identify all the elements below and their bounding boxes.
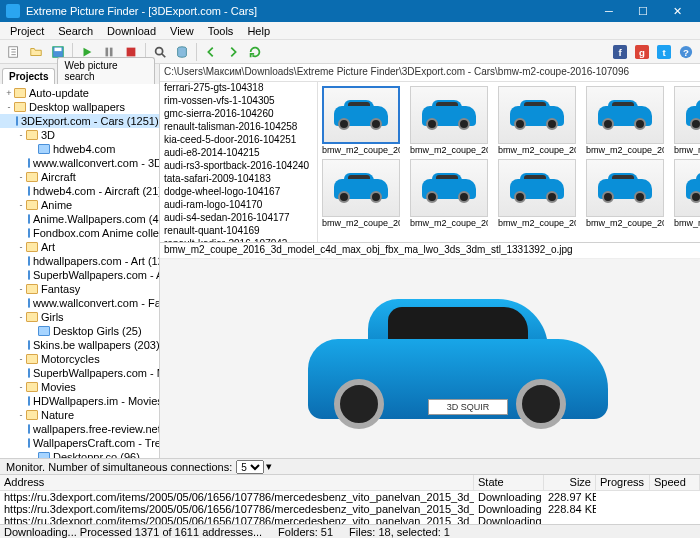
preview-filename: bmw_m2_coupe_2016_3d_model_c4d_max_obj_f…	[160, 243, 700, 259]
download-row[interactable]: https://ru.3dexport.com/items/2005/05/06…	[0, 503, 700, 515]
folder-item[interactable]: kia-ceed-5-door-2016-104251	[160, 134, 317, 147]
thumbnail[interactable]: bmw_m2_coupe_2016_3d...	[322, 86, 400, 155]
col-address[interactable]: Address	[0, 475, 474, 490]
monitor-bar: Monitor. Number of simultaneous connecti…	[0, 458, 700, 474]
left-panel: Projects Web picture search +Auto-update…	[0, 64, 160, 458]
menu-project[interactable]: Project	[4, 24, 50, 38]
tree-node[interactable]: 3DExport.com - Cars (1251)	[0, 114, 159, 128]
tree-node[interactable]: Fondbox.com Anime collection (7)	[0, 226, 159, 240]
tree-node[interactable]: Desktoppr.co (96)	[0, 450, 159, 458]
thumbnail[interactable]: bmw_m2_coupe_2016_3d...	[410, 86, 488, 155]
thumbnail[interactable]: bmw_m2_coupe_2016_3d...	[322, 159, 400, 228]
folder-item[interactable]: tata-safari-2009-104183	[160, 173, 317, 186]
svg-rect-2	[55, 47, 62, 51]
preview-panel: bmw_m2_coupe_2016_3d_model_c4d_max_obj_f…	[160, 242, 700, 458]
minimize-button[interactable]: ─	[592, 0, 626, 22]
col-state[interactable]: State	[474, 475, 544, 490]
tree-node[interactable]: WallpapersCraft.com - Trees (64)	[0, 436, 159, 450]
help-icon[interactable]: ?	[676, 42, 696, 62]
google-icon[interactable]: g	[632, 42, 652, 62]
folder-item[interactable]: renault-quant-104169	[160, 225, 317, 238]
folder-list[interactable]: ferrari-275-gts-104318rim-vossen-vfs-1-1…	[160, 82, 318, 242]
menu-search[interactable]: Search	[52, 24, 99, 38]
tree-node[interactable]: -Art	[0, 240, 159, 254]
center-panel: C:\Users\Максим\Downloads\Extreme Pictur…	[160, 64, 700, 458]
tree-node[interactable]: -Anime	[0, 198, 159, 212]
folder-item[interactable]: renault-talisman-2016-104258	[160, 121, 317, 134]
thumbnail[interactable]: bmw_m2_coupe_2016_3d...	[498, 86, 576, 155]
tree-node[interactable]: wallpapers.free-review.net - Nature (0)	[0, 422, 159, 436]
titlebar: Extreme Picture Finder - [3DExport.com -…	[0, 0, 700, 22]
tree-node[interactable]: -Motorcycles	[0, 352, 159, 366]
folder-item[interactable]: gmc-sierra-2016-104260	[160, 108, 317, 121]
new-project-button[interactable]	[4, 42, 24, 62]
folder-item[interactable]: dodge-wheel-logo-104167	[160, 186, 317, 199]
tree-node[interactable]: SuperbWallpapers.com - Artistic (99)	[0, 268, 159, 282]
download-row[interactable]: https://ru.3dexport.com/items/2005/05/06…	[0, 491, 700, 503]
tree-node[interactable]: -Girls	[0, 310, 159, 324]
project-tree[interactable]: +Auto-update-Desktop wallpapers3DExport.…	[0, 84, 159, 458]
menu-download[interactable]: Download	[101, 24, 162, 38]
tree-node[interactable]: -3D	[0, 128, 159, 142]
folder-item[interactable]: audi-e8-2014-104215	[160, 147, 317, 160]
tree-node[interactable]: www.wallconvert.com - Fantasy (92)	[0, 296, 159, 310]
back-button[interactable]	[201, 42, 221, 62]
connections-select[interactable]: 5	[236, 460, 264, 474]
tab-projects[interactable]: Projects	[2, 68, 55, 84]
download-panel: Address State Size Progress Speed https:…	[0, 474, 700, 524]
tree-node[interactable]: -Aircraft	[0, 170, 159, 184]
svg-rect-4	[110, 47, 113, 56]
tree-node[interactable]: www.wallconvert.com - 3D (109)	[0, 156, 159, 170]
tree-node[interactable]: hdwallpapers.com - Art (123)	[0, 254, 159, 268]
database-button[interactable]	[172, 42, 192, 62]
download-header[interactable]: Address State Size Progress Speed	[0, 475, 700, 491]
tree-node[interactable]: hdweb4.com - Aircraft (21)	[0, 184, 159, 198]
svg-text:?: ?	[683, 46, 689, 57]
col-speed[interactable]: Speed	[650, 475, 700, 490]
folder-item[interactable]: ferrari-275-gts-104318	[160, 82, 317, 95]
forward-button[interactable]	[223, 42, 243, 62]
tree-node[interactable]: HDWallpapers.im - Movies (341)	[0, 394, 159, 408]
tree-node[interactable]: hdweb4.com	[0, 142, 159, 156]
folder-item[interactable]: audi-s4-sedan-2016-104177	[160, 212, 317, 225]
tree-node[interactable]: Anime.Wallpapers.com (46)	[0, 212, 159, 226]
facebook-icon[interactable]: f	[610, 42, 630, 62]
svg-rect-3	[106, 47, 109, 56]
refresh-button[interactable]	[245, 42, 265, 62]
preview-image: 3D SQUIR	[160, 259, 700, 458]
tree-node[interactable]: Desktop Girls (25)	[0, 324, 159, 338]
tree-node[interactable]: -Movies	[0, 380, 159, 394]
tree-node[interactable]: SuperbWallpapers.com - Motorcycles	[0, 366, 159, 380]
thumbnail[interactable]: bmw_m2_coupe_2016_3d...	[410, 159, 488, 228]
thumbnail[interactable]: bmw_m2_coupe_2016_3d...	[674, 86, 700, 155]
tree-node[interactable]: -Fantasy	[0, 282, 159, 296]
folder-item[interactable]: rim-vossen-vfs-1-104305	[160, 95, 317, 108]
tab-web-search[interactable]: Web picture search	[57, 57, 155, 84]
status-folders: Folders: 51	[278, 526, 333, 538]
tree-node[interactable]: +Auto-update	[0, 86, 159, 100]
svg-text:g: g	[639, 46, 645, 57]
thumbnail[interactable]: bmw_m2_coupe_2016_3d...	[674, 159, 700, 228]
path-bar: C:\Users\Максим\Downloads\Extreme Pictur…	[160, 64, 700, 82]
open-button[interactable]	[26, 42, 46, 62]
tree-node[interactable]: Skins.be wallpapers (203)	[0, 338, 159, 352]
twitter-icon[interactable]: t	[654, 42, 674, 62]
download-row[interactable]: https://ru.3dexport.com/items/2005/05/06…	[0, 515, 700, 524]
tree-node[interactable]: -Nature	[0, 408, 159, 422]
folder-item[interactable]: audi-ram-logo-104170	[160, 199, 317, 212]
tree-node[interactable]: -Desktop wallpapers	[0, 100, 159, 114]
col-progress[interactable]: Progress	[596, 475, 650, 490]
thumbnail[interactable]: bmw_m2_coupe_2016_3d...	[586, 159, 664, 228]
menu-tools[interactable]: Tools	[202, 24, 240, 38]
status-files: Files: 18, selected: 1	[349, 526, 450, 538]
menu-help[interactable]: Help	[241, 24, 276, 38]
thumbnail[interactable]: bmw_m2_coupe_2016_3d...	[586, 86, 664, 155]
menu-view[interactable]: View	[164, 24, 200, 38]
maximize-button[interactable]: ☐	[626, 0, 660, 22]
thumbnail-grid[interactable]: bmw_m2_coupe_2016_3d...bmw_m2_coupe_2016…	[318, 82, 700, 242]
close-button[interactable]: ✕	[660, 0, 694, 22]
folder-item[interactable]: audi-rs3-sportback-2016-104240	[160, 160, 317, 173]
preview-plate: 3D SQUIR	[428, 399, 508, 415]
col-size[interactable]: Size	[544, 475, 596, 490]
thumbnail[interactable]: bmw_m2_coupe_2016_3d...	[498, 159, 576, 228]
